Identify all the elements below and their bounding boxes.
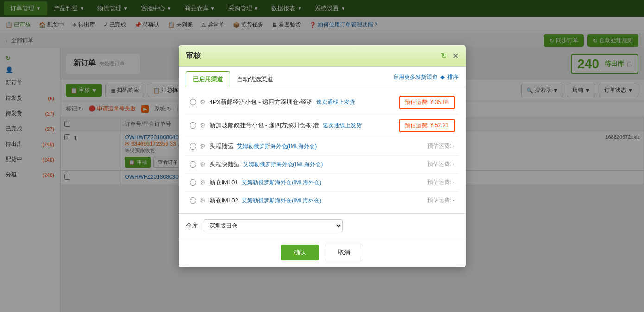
dialog-title: 审核	[186, 51, 201, 61]
channel-gear-icon-1[interactable]: ⚙	[200, 98, 206, 106]
channel-name-2: 新加坡邮政挂号小包 - 递四方深圳仓-标准 速卖通线上发货	[210, 121, 395, 130]
channel-price-5: 预估运费: -	[399, 178, 455, 186]
audit-dialog: 审核 ↻ ✕ 已启用渠道 自动优选渠道 启用更多发货渠道 ◆ 排序	[179, 46, 466, 267]
cancel-button[interactable]: 取消	[325, 245, 363, 260]
channel-gear-icon-5[interactable]: ⚙	[200, 179, 206, 186]
channel-gear-icon-2[interactable]: ⚙	[200, 122, 206, 129]
channel-item-3: ⚙ 头程陆运 艾姆勒俄罗斯海外仓(IML海外仓) 预估运费: -	[186, 137, 459, 156]
dialog-header-actions: ↻ ✕	[441, 52, 459, 60]
dialog-header: 审核 ↻ ✕	[179, 46, 466, 67]
confirm-button[interactable]: 确认	[281, 245, 319, 260]
channel-price-4: 预估运费: -	[399, 160, 455, 168]
channel-item-6: ⚙ 新仓IML02 艾姆勒俄罗斯海外仓(IML海外仓) 预估运费: -	[186, 192, 459, 209]
channel-item-1: ⚙ 4PX新邮经济小包 - 递四方深圳仓-经济 速卖通线上发货 预估运费: ¥ …	[186, 91, 459, 114]
channel-name-6: 新仓IML02 艾姆勒俄罗斯海外仓(IML海外仓)	[210, 196, 395, 205]
channel-price-3: 预估运费: -	[399, 142, 455, 150]
channel-price-2: 预估运费: ¥ 52.21	[399, 119, 455, 132]
channel-price-1: 预估运费: ¥ 35.88	[399, 96, 455, 109]
dialog-refresh-button[interactable]: ↻	[441, 52, 447, 60]
channel-gear-icon-3[interactable]: ⚙	[200, 143, 206, 150]
warehouse-row: 仓库 深圳坂田仓	[179, 213, 466, 238]
warehouse-select[interactable]: 深圳坂田仓	[204, 219, 343, 232]
channel-name-5: 新仓IML01 艾姆勒俄罗斯海外仓(IML海外仓)	[210, 178, 395, 187]
channel-gear-icon-4[interactable]: ⚙	[200, 161, 206, 168]
channel-list[interactable]: ⚙ 4PX新邮经济小包 - 递四方深圳仓-经济 速卖通线上发货 预估运费: ¥ …	[179, 87, 466, 213]
channel-gear-icon-6[interactable]: ⚙	[200, 197, 206, 204]
more-channels-link[interactable]: 启用更多发货渠道	[393, 73, 438, 81]
warehouse-label: 仓库	[186, 221, 198, 230]
channel-radio-2[interactable]	[190, 122, 196, 129]
channel-item-2: ⚙ 新加坡邮政挂号小包 - 递四方深圳仓-标准 速卖通线上发货 预估运费: ¥ …	[186, 114, 459, 137]
channel-radio-6[interactable]	[190, 197, 196, 204]
tab-right-actions: 启用更多发货渠道 ◆ 排序	[393, 73, 459, 85]
channel-radio-5[interactable]	[190, 179, 196, 186]
channel-price-6: 预估运费: -	[399, 196, 455, 204]
channel-name-1: 4PX新邮经济小包 - 递四方深圳仓-经济 速卖通线上发货	[210, 98, 395, 106]
dialog-tabs: 已启用渠道 自动优选渠道 启用更多发货渠道 ◆ 排序	[179, 67, 466, 87]
channel-radio-1[interactable]	[190, 99, 196, 105]
channel-name-4: 头程快陆运 艾姆勒俄罗斯海外仓(IML海外仓)	[210, 160, 395, 169]
sort-link[interactable]: 排序	[447, 73, 459, 81]
channel-item-5: ⚙ 新仓IML01 艾姆勒俄罗斯海外仓(IML海外仓) 预估运费: -	[186, 174, 459, 192]
tab-enabled-channels[interactable]: 已启用渠道	[186, 72, 230, 87]
channel-item-4: ⚙ 头程快陆运 艾姆勒俄罗斯海外仓(IML海外仓) 预估运费: -	[186, 156, 459, 174]
channel-radio-4[interactable]	[190, 161, 196, 168]
modal-overlay: 审核 ↻ ✕ 已启用渠道 自动优选渠道 启用更多发货渠道 ◆ 排序	[0, 0, 644, 312]
channel-name-3: 头程陆运 艾姆勒俄罗斯海外仓(IML海外仓)	[210, 142, 395, 150]
dialog-close-button[interactable]: ✕	[453, 52, 459, 60]
tab-auto-channels[interactable]: 自动优选渠道	[230, 72, 280, 87]
dialog-footer: 确认 取消	[179, 238, 466, 267]
channel-radio-3[interactable]	[190, 143, 196, 150]
